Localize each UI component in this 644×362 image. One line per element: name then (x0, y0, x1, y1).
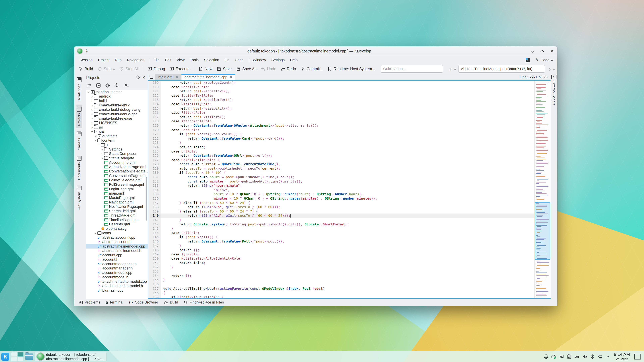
close-button[interactable]: × (550, 49, 554, 53)
code-line-129[interactable]: 129 auto secsTo = post->publishedAt().se… (150, 166, 534, 171)
tab-close-icon[interactable]: ✕ (175, 75, 178, 79)
save-button[interactable]: Save (215, 65, 233, 72)
collapse-icon[interactable]: › (94, 139, 98, 142)
code-line-152[interactable]: 152 } (150, 265, 534, 270)
tree-item-TimelinePage.qml[interactable]: TimelinePage.qml (86, 218, 148, 222)
tree-item-NotificationPage.qml[interactable]: NotificationPage.qml (86, 204, 148, 209)
code-line-149[interactable]: 149 case TypeRole: (150, 252, 534, 257)
tree-item-ConversationDelegate....[interactable]: ConversationDelegate.... (86, 169, 148, 173)
tree-item-tokodon[interactable]: ›tokodonmaster (86, 90, 148, 94)
sidebar-tab-documents[interactable]: Documents (76, 154, 82, 182)
menu-go[interactable]: Go (222, 57, 232, 63)
code-line-156[interactable]: 156 (150, 282, 534, 287)
titlebar[interactable]: ✎ default: tokodon - [ tokodon:src/abstr… (74, 46, 557, 56)
tree-item-Navigation.qml[interactable]: Navigation.qml (86, 200, 148, 204)
code-line-117[interactable]: 117 return post->filters(); (150, 115, 534, 119)
external-scripts-icon[interactable]: >_ (552, 75, 556, 79)
bluetooth-icon[interactable] (590, 354, 595, 360)
stop-button[interactable]: Stop (96, 65, 116, 72)
collapse-icon[interactable]: › (87, 90, 91, 94)
tree-item-SearchField.qml[interactable]: SearchField.qml (86, 209, 148, 213)
menu-run[interactable]: Run (112, 57, 124, 63)
tree-item-attachmenteditormodel.h[interactable]: hattachmenteditormodel.h (86, 284, 148, 288)
digital-clock[interactable]: 9:14 AM 2/12/23 (614, 352, 630, 361)
code-line-146[interactable]: 146 return QVariant::fromValue<Poll>(*po… (150, 239, 534, 244)
execute-button[interactable]: Execute (168, 65, 191, 72)
code-line-126[interactable]: 126 return QVariant::fromValue<QUrl>(pos… (150, 153, 534, 158)
tree-item-icons[interactable]: ›icons (86, 231, 148, 235)
expand-icon[interactable]: › (90, 116, 94, 120)
tab-abstracttimelinemodel.cpp[interactable]: abstracttimelinemodel.cpp✕ (182, 74, 235, 80)
tree-item-account.h[interactable]: haccount.h (86, 257, 148, 262)
tree-item-account.cpp[interactable]: c++account.cpp (86, 253, 148, 257)
collapse-icon[interactable]: › (97, 143, 101, 147)
configure-pull-icon[interactable] (114, 83, 120, 88)
tree-item-abstractaccount.h[interactable]: habstractaccount.h (86, 240, 148, 244)
expand-icon[interactable]: › (90, 99, 94, 103)
tree-item-accountmodel.cpp[interactable]: c++accountmodel.cpp (86, 271, 148, 275)
expand-icon[interactable]: › (94, 231, 97, 235)
layout-panes-icon[interactable] (526, 58, 530, 62)
code-line-138[interactable]: 138 return i18n("%1h", qCeil(secsTo / (6… (150, 205, 534, 209)
tree-item-abstracttimelinemodel.h[interactable]: habstracttimelinemodel.h (86, 249, 148, 253)
find-replace-in-files-toggle[interactable]: Find/Replace in Files (182, 300, 226, 305)
float-panel-icon[interactable] (136, 75, 139, 80)
tree-item-accountmodel.h[interactable]: haccountmodel.h (86, 275, 148, 279)
quick-open-input[interactable]: Quick Open... (381, 65, 443, 72)
menu-project[interactable]: Project (96, 57, 112, 63)
menu-help[interactable]: Help (288, 57, 300, 63)
code-line-153[interactable]: 153 (150, 269, 534, 274)
expand-icon[interactable]: › (90, 121, 94, 125)
code-line-109[interactable]: 109 return post->reblogsCount(); (150, 81, 534, 85)
tree-item-build[interactable]: ›build (86, 99, 148, 103)
code-line-118[interactable]: 118 case AttachmentsRole: (150, 119, 534, 123)
code-line-123[interactable]: 123 } (150, 141, 534, 145)
tree-item-cmake-build-debug-gcc[interactable]: ›cmake-build-debug-gcc (86, 112, 148, 116)
code-line-127[interactable]: 127 case RelativeTimeRole: { (150, 158, 534, 162)
tree-item-LICENSES[interactable]: ›LICENSES (86, 121, 148, 125)
code-line-159[interactable]: 159 if (!post->favourited()) { (150, 295, 534, 298)
application-launcher-icon[interactable]: K (1, 353, 10, 361)
tree-item-FullScreenImage.qml[interactable]: FullScreenImage.qml (86, 182, 148, 187)
build-targets-icon[interactable] (96, 83, 101, 88)
code-line-114[interactable]: 114 case VisibilityRole: (150, 102, 534, 106)
tree-item-accountmanager.cpp[interactable]: c++accountmanager.cpp (86, 262, 148, 266)
code-line-139[interactable]: 139 } else if (secsTo < 60 * 60 * 24 * 7… (150, 209, 534, 214)
code-line-128[interactable]: 128 const auto current = QDateTime::curr… (150, 162, 534, 166)
display-connect-icon[interactable] (597, 354, 603, 360)
nav-back-dropdown-icon[interactable] (454, 67, 456, 70)
clipboard-icon[interactable] (566, 354, 572, 360)
menu-selection[interactable]: Selection (202, 57, 222, 63)
new-button[interactable]: New (197, 65, 214, 72)
notifications-icon[interactable] (543, 354, 549, 360)
save-as-button[interactable]: Save As (234, 65, 258, 72)
minimize-button[interactable] (530, 49, 535, 53)
terminal-toggle[interactable]: >Terminal (104, 300, 125, 305)
code-line-134[interactable]: 134 "%1:%2", (150, 188, 534, 192)
code-line-135[interactable]: 135 hours < 10 ? QChar('0') + QString::n… (150, 192, 534, 196)
right-dock-label-external-scripts[interactable]: External Scripts (552, 81, 556, 105)
tab-close-icon[interactable]: ✕ (229, 75, 232, 79)
code-editor[interactable]: 109 return post->reblogsCount();110 case… (150, 81, 534, 298)
sidebar-tab-file-system[interactable]: File System (76, 183, 82, 213)
tree-item-ConversationPage.qml[interactable]: ConversationPage.qml (86, 174, 148, 178)
code-line-115[interactable]: 115 return post->visibility(); (150, 106, 534, 111)
minimap-viewport[interactable] (535, 202, 550, 260)
menu-tools[interactable]: Tools (188, 57, 201, 63)
configure-remove-icon[interactable] (124, 83, 129, 88)
tree-item-StatusDelegate[interactable]: ›StatusDelegate (86, 156, 148, 160)
menu-settings[interactable]: Settings (269, 57, 287, 63)
tree-item-FollowDelegate.qml[interactable]: FollowDelegate.qml (86, 178, 148, 182)
tree-item-src[interactable]: ›src (86, 130, 148, 134)
undo-button[interactable]: Undo (259, 65, 278, 72)
close-panel-icon[interactable]: ✕ (142, 75, 145, 80)
expand-icon[interactable]: › (90, 108, 94, 112)
code-view[interactable]: 109 return post->reblogsCount();110 case… (148, 80, 550, 298)
configure-icon[interactable] (105, 83, 110, 88)
open-project-icon[interactable] (86, 83, 92, 88)
menu-session[interactable]: Session (77, 57, 95, 63)
expand-icon[interactable]: › (90, 125, 94, 129)
tree-item-attachmenteditormodel.cpp[interactable]: c++attachmenteditormodel.cpp (86, 279, 148, 284)
code-line-143[interactable]: 143 } (150, 226, 534, 231)
code-line-150[interactable]: 150 case NotificationActorIdentityRole: (150, 256, 534, 261)
